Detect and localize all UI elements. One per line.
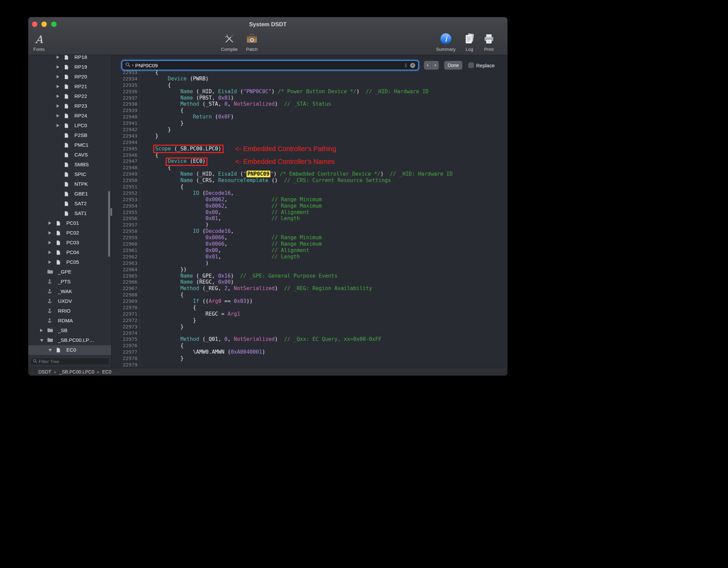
sidebar-item-pmc1[interactable]: PMC1 bbox=[28, 140, 111, 150]
sidebar-item-rp18[interactable]: RP18 bbox=[28, 55, 111, 62]
sidebar-item-rrio[interactable]: RRIO bbox=[28, 306, 111, 316]
sidebar-item-lpc0[interactable]: LPC0 bbox=[28, 121, 111, 131]
code-line[interactable]: 22943} bbox=[111, 133, 508, 139]
sidebar-item-rp23[interactable]: RP23 bbox=[28, 101, 111, 111]
sidebar-item--pts[interactable]: _PTS bbox=[28, 277, 111, 287]
chevron-right-icon[interactable] bbox=[57, 75, 59, 78]
sidebar-item-rp21[interactable]: RP21 bbox=[28, 82, 111, 92]
done-button[interactable]: Done bbox=[444, 61, 462, 70]
sidebar-item-sat2[interactable]: SAT2 bbox=[28, 199, 111, 209]
chevron-right-icon[interactable] bbox=[57, 104, 59, 108]
filter-tree-input[interactable]: Filter Tree bbox=[30, 358, 109, 365]
sidebar-item-uxdv[interactable]: UXDV bbox=[28, 296, 111, 306]
splitter-grip[interactable] bbox=[110, 208, 112, 216]
code-area[interactable]: 22933{22934 Device (PWRB)22935 {22936 Na… bbox=[111, 69, 508, 368]
breadcrumb-item-lpc0[interactable]: _SB.PC00.LPC0 bbox=[59, 369, 94, 375]
code-line[interactable]: 22940 Return (0x0F) bbox=[111, 114, 508, 120]
toolbar-fonts-button[interactable]: A Fonts bbox=[28, 32, 50, 55]
code-line[interactable]: 22955 0x00, // Alignment bbox=[111, 209, 508, 216]
breadcrumb-item-ec0[interactable]: EC0 bbox=[102, 369, 111, 375]
code-line[interactable]: 22976 { bbox=[111, 343, 508, 349]
sidebar-item-spic[interactable]: SPIC bbox=[28, 170, 111, 179]
sidebar-item-pc03[interactable]: PC03 bbox=[28, 238, 111, 248]
search-scope-chevron-icon[interactable]: ▾ bbox=[132, 64, 134, 67]
chevron-right-icon[interactable] bbox=[57, 65, 59, 69]
chevron-right-icon[interactable] bbox=[57, 85, 59, 88]
code-line[interactable]: 22961 0x00, // Alignment bbox=[111, 247, 508, 254]
chevron-right-icon[interactable] bbox=[48, 221, 51, 225]
sidebar-item-ntpk[interactable]: NTPK bbox=[28, 179, 111, 189]
sidebar-item-rp22[interactable]: RP22 bbox=[28, 92, 111, 101]
clear-search-icon[interactable]: ✕ bbox=[410, 63, 415, 68]
chevron-right-icon[interactable] bbox=[57, 56, 59, 59]
sidebar-item-pc01[interactable]: PC01 bbox=[28, 218, 111, 228]
code-line[interactable]: 22958 IO (Decode16, bbox=[111, 228, 508, 235]
code-line[interactable]: 22959 0x0066, // Range Minimum bbox=[111, 235, 508, 241]
toolbar-print-button[interactable]: Print bbox=[479, 32, 499, 55]
code-line[interactable]: 22934 Device (PWRB) bbox=[111, 76, 508, 82]
chevron-down-icon[interactable] bbox=[48, 349, 52, 352]
code-line[interactable]: 22938 Method (_STA, 0, NotSerialized) //… bbox=[111, 101, 508, 107]
code-line[interactable]: 22974 bbox=[111, 330, 508, 336]
code-line[interactable]: 22936 Name (_HID, EisaId ("PNP0C0C") /* … bbox=[111, 88, 508, 95]
sidebar-item--sb-pc00-lp-[interactable]: _SB.PC00.LP… bbox=[28, 335, 111, 345]
toolbar-compile-button[interactable]: Compile bbox=[216, 32, 243, 55]
code-line[interactable]: 22966 Name (REGC, 0x00) bbox=[111, 279, 508, 285]
chevron-right-icon[interactable] bbox=[57, 114, 59, 117]
code-line[interactable]: 22971 REGC = Arg1 bbox=[111, 311, 508, 317]
code-line[interactable]: 22939 { bbox=[111, 107, 508, 114]
sidebar-scrollbar-thumb[interactable] bbox=[108, 191, 110, 257]
code-line[interactable]: 22949 Name (_HID, EisaId ("PNP0C09") /* … bbox=[111, 171, 508, 177]
replace-checkbox[interactable] bbox=[468, 63, 474, 68]
breadcrumb-item-dsdt[interactable]: DSDT bbox=[38, 369, 51, 375]
sidebar-item-rp20[interactable]: RP20 bbox=[28, 72, 111, 82]
sidebar-item-gbe1[interactable]: GBE1 bbox=[28, 189, 111, 199]
code-line[interactable]: 22935 { bbox=[111, 82, 508, 88]
previous-match-button[interactable]: ‹ bbox=[424, 61, 431, 70]
code-line[interactable]: 22970 { bbox=[111, 305, 508, 311]
code-line[interactable]: 22977 \AMW0.AMWN (0xA0040001) bbox=[111, 349, 508, 355]
code-line[interactable]: 22972 } bbox=[111, 317, 508, 324]
chevron-right-icon[interactable] bbox=[57, 124, 59, 127]
sidebar-item-pc04[interactable]: PC04 bbox=[28, 248, 111, 257]
code-line[interactable]: 22968 { bbox=[111, 292, 508, 298]
code-line[interactable]: 22950 Name (_CRS, ResourceTemplate () //… bbox=[111, 177, 508, 184]
search-input[interactable]: ▾ PNP0C09 1 ✕ bbox=[122, 60, 419, 70]
chevron-right-icon[interactable] bbox=[48, 241, 51, 244]
sidebar-item-ec0[interactable]: EC0 bbox=[28, 345, 111, 355]
chevron-right-icon[interactable] bbox=[48, 251, 51, 254]
next-match-button[interactable]: › bbox=[431, 61, 439, 70]
code-line[interactable]: 22975 Method (_Q01, 0, NotSerialized) //… bbox=[111, 336, 508, 343]
code-line[interactable]: 22937 Name (PBST, 0x01) bbox=[111, 95, 508, 101]
sidebar-item-rp19[interactable]: RP19 bbox=[28, 62, 111, 72]
chevron-right-icon[interactable] bbox=[57, 95, 59, 98]
sidebar-item--wak[interactable]: _WAK bbox=[28, 287, 111, 296]
code-line[interactable]: 22965 Name (_GPE, 0x16) // _GPE: General… bbox=[111, 273, 508, 279]
code-line[interactable]: 22957 ) bbox=[111, 222, 508, 228]
sidebar-item-rdma[interactable]: RDMA bbox=[28, 316, 111, 326]
sidebar-item-cavs[interactable]: CAVS bbox=[28, 150, 111, 160]
toolbar-patch-button[interactable]: Patch bbox=[240, 32, 264, 55]
code-line[interactable]: 22956 0x01, // Length bbox=[111, 215, 508, 222]
chevron-right-icon[interactable] bbox=[40, 329, 43, 332]
code-line[interactable]: 22951 { bbox=[111, 184, 508, 190]
toolbar-summary-button[interactable]: i Summary bbox=[432, 32, 460, 55]
sidebar-item-p2sb[interactable]: P2SB bbox=[28, 131, 111, 140]
code-line[interactable]: 22978 } bbox=[111, 355, 508, 362]
code-line[interactable]: 22963 ) bbox=[111, 260, 508, 267]
sidebar-item-pc05[interactable]: PC05 bbox=[28, 257, 111, 267]
sidebar-item--sb[interactable]: _SB bbox=[28, 326, 111, 335]
sidebar-item-sat1[interactable]: SAT1 bbox=[28, 209, 111, 218]
code-line[interactable]: 22973 } bbox=[111, 324, 508, 330]
sidebar-item-rp24[interactable]: RP24 bbox=[28, 111, 111, 121]
chevron-right-icon[interactable] bbox=[48, 260, 51, 264]
code-line[interactable]: 22954 0x0062, // Range Maximum bbox=[111, 203, 508, 209]
chevron-right-icon[interactable] bbox=[48, 231, 51, 235]
code-line[interactable]: 22953 0x0062, // Range Minimum bbox=[111, 197, 508, 203]
code-line[interactable]: 22967 Method (_REG, 2, NotSerialized) //… bbox=[111, 285, 508, 292]
toolbar-log-button[interactable]: Log bbox=[459, 32, 479, 55]
code-line[interactable]: 22979 bbox=[111, 362, 508, 368]
sidebar-item-pc02[interactable]: PC02 bbox=[28, 228, 111, 238]
sidebar-item--gpe[interactable]: _GPE bbox=[28, 267, 111, 277]
code-line[interactable]: 22962 0x01, // Length bbox=[111, 254, 508, 260]
